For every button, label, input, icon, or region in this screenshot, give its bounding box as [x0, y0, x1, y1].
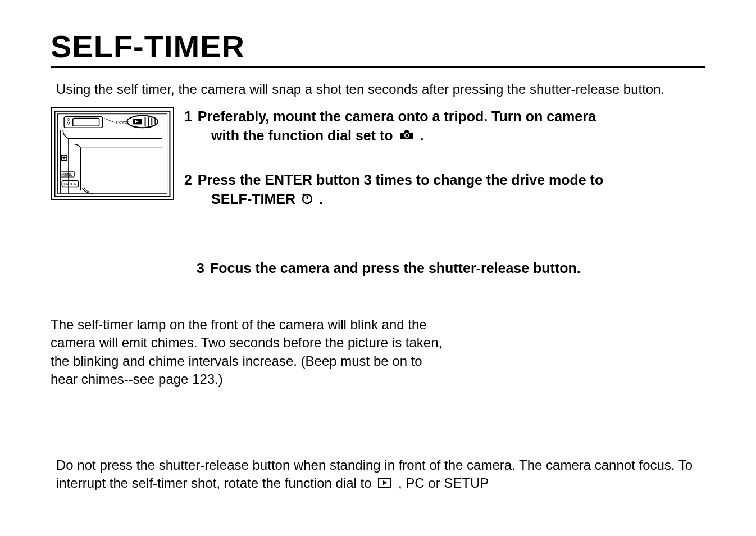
step-2-text-b: SELF-TIMER — [211, 191, 295, 207]
step-1-text-a: Preferably, mount the camera onto a trip… — [198, 108, 596, 124]
step-2-num: 2 — [184, 171, 192, 190]
self-timer-lamp-paragraph: The self-timer lamp on the front of the … — [51, 316, 444, 389]
svg-point-4 — [67, 122, 70, 124]
svg-point-8 — [127, 116, 158, 128]
page-title: SELF-TIMER — [51, 28, 705, 68]
note-text-b: , PC or SETUP — [398, 475, 489, 490]
step-2-line2: SELF-TIMER . — [184, 191, 323, 207]
svg-point-3 — [67, 119, 70, 121]
self-timer-icon — [301, 190, 313, 210]
step-3-text: Focus the camera and press the shutter-r… — [210, 260, 581, 276]
step-2: 2 Press the ENTER button 3 times to chan… — [184, 171, 705, 210]
step-2-text-a: Press the ENTER button 3 times to change… — [198, 172, 603, 188]
svg-text:ENTER: ENTER — [63, 182, 76, 186]
svg-line-6 — [104, 119, 115, 123]
svg-point-24 — [405, 134, 408, 137]
camera-icon — [399, 127, 414, 146]
step-2-text-c: . — [319, 191, 323, 207]
step-1: 1 Preferably, mount the camera onto a tr… — [184, 107, 705, 146]
svg-rect-5 — [73, 119, 99, 126]
step-1-num: 1 — [184, 107, 192, 126]
note-text-a: Do not press the shutter-release button … — [56, 457, 693, 490]
step-3-num: 3 — [197, 260, 204, 276]
steps-row: Power MENU ENTER — [51, 107, 705, 232]
play-icon — [377, 475, 392, 493]
step-1-line2: with the function dial set to . — [184, 128, 423, 143]
svg-text:MENU: MENU — [61, 172, 72, 176]
intro-text: Using the self timer, the camera will sn… — [56, 81, 705, 97]
step-1-text-b: with the function dial set to — [211, 128, 393, 143]
warning-paragraph: Do not press the shutter-release button … — [56, 456, 705, 493]
camera-illustration: Power MENU ENTER — [51, 107, 174, 200]
step-1-text-c: . — [420, 128, 424, 143]
step-3: 3 Focus the camera and press the shutter… — [197, 260, 705, 276]
svg-marker-29 — [383, 480, 387, 485]
steps-text: 1 Preferably, mount the camera onto a tr… — [184, 107, 705, 232]
